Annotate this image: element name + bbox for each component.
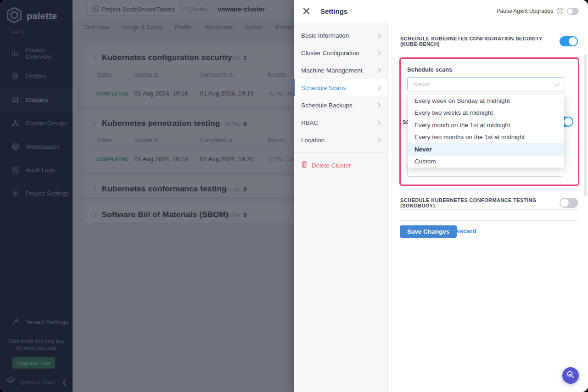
drawer-header: Settings Pause Agent Upgrades i	[294, 0, 588, 22]
save-changes-button[interactable]: Save Changes	[400, 225, 457, 238]
kube-bench-toggle[interactable]	[560, 36, 578, 46]
settings-drawer: Settings Pause Agent Upgrades i Basic In…	[294, 0, 588, 392]
app-window: palette 4.4.11 Project Overview Profiles…	[0, 0, 588, 392]
pause-agent-upgrades-toggle[interactable]	[567, 8, 579, 15]
menu-label: Basic Information	[301, 32, 349, 39]
menu-label: Location	[301, 137, 325, 144]
menu-item-schedule-scans[interactable]: Schedule Scans	[294, 79, 387, 96]
schedule-scans-highlight-box: Schedule scans Never SC Never Every week…	[399, 57, 579, 186]
discard-link[interactable]: Discard	[454, 228, 476, 235]
info-icon[interactable]: i	[557, 8, 563, 14]
sonobuoy-toggle[interactable]	[560, 198, 578, 208]
chevron-down-icon	[554, 81, 560, 86]
sonobuoy-label: SCHEDULE KUBERNETES CONFORMANCE TESTING …	[400, 197, 560, 208]
delete-cluster-label: Delete Cluster	[312, 162, 351, 169]
chevron-right-icon	[376, 68, 381, 73]
menu-label: RBAC	[301, 119, 319, 126]
kube-bench-label: SCHEDULE KUBERNETES CONFIGURATION SECURI…	[400, 36, 560, 47]
pause-agent-upgrades-label: Pause Agent Upgrades	[497, 8, 553, 14]
delete-cluster-button[interactable]: Delete Cluster	[294, 157, 387, 174]
scrollbar[interactable]	[584, 54, 587, 196]
select-value: Never	[413, 81, 554, 88]
chevron-right-icon	[376, 50, 381, 55]
divider	[294, 152, 387, 153]
option-every-two-weeks[interactable]: Every two weeks at midnight	[408, 107, 564, 119]
pause-agent-upgrades: Pause Agent Upgrades i	[497, 8, 579, 15]
sonobuoy-section: SCHEDULE KUBERNETES CONFORMANCE TESTING …	[400, 197, 578, 208]
menu-item-cluster-configuration[interactable]: Cluster Configuration	[294, 44, 387, 62]
search-fab-button[interactable]	[562, 367, 579, 384]
menu-item-rbac[interactable]: RBAC	[294, 114, 387, 131]
menu-item-schedule-backups[interactable]: Schedule Backups	[294, 96, 387, 114]
close-icon[interactable]	[303, 7, 310, 15]
chevron-right-icon	[376, 138, 381, 142]
kube-bench-section: SCHEDULE KUBERNETES CONFIGURATION SECURI…	[400, 36, 578, 47]
option-every-week[interactable]: Every week on Sunday at midnight	[408, 95, 564, 107]
divider	[400, 209, 578, 210]
divider	[400, 220, 578, 221]
chevron-right-icon	[376, 120, 381, 125]
schedule-scans-dropdown: Every week on Sunday at midnight Every t…	[408, 95, 564, 168]
modal-overlay[interactable]	[0, 0, 294, 392]
option-every-month[interactable]: Every month on the 1st at midnight	[408, 119, 564, 131]
option-never[interactable]: Never	[408, 143, 564, 156]
menu-label: Schedule Backups	[301, 102, 353, 109]
search-icon	[566, 370, 575, 381]
menu-label: Cluster Configuration	[301, 50, 359, 56]
menu-label: Schedule Scans	[301, 84, 346, 91]
option-every-two-months[interactable]: Every two months on the 1st at midnight	[408, 131, 564, 144]
chevron-right-icon	[376, 33, 381, 38]
menu-item-location[interactable]: Location	[294, 131, 387, 149]
schedule-scans-select[interactable]: Never	[407, 77, 564, 91]
drawer-title: Settings	[320, 7, 497, 15]
chevron-right-icon	[376, 85, 381, 90]
menu-item-basic-information[interactable]: Basic Information	[294, 27, 387, 44]
schedule-scans-label: Schedule scans	[407, 66, 452, 73]
schedule-scans-panel: SCHEDULE KUBERNETES CONFIGURATION SECURI…	[388, 22, 588, 392]
settings-menu: Basic Information Cluster Configuration …	[294, 22, 388, 392]
chevron-right-icon	[376, 103, 381, 107]
menu-item-machine-management[interactable]: Machine Management	[294, 62, 387, 79]
divider	[400, 48, 578, 48]
menu-label: Machine Management	[301, 67, 363, 74]
trash-icon	[301, 161, 308, 169]
option-custom[interactable]: Custom	[408, 156, 564, 168]
